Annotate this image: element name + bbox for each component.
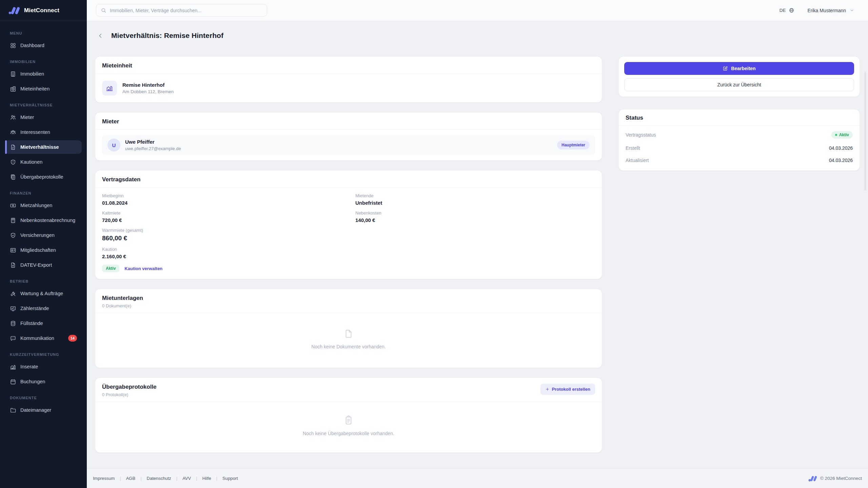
sidebar-item-label: Mieter	[20, 115, 34, 120]
footer-link-agb[interactable]: AGB	[126, 476, 135, 481]
brand: MietConnect	[0, 0, 87, 21]
sidebar-item-label: Kautionen	[20, 159, 42, 165]
sidebar-item-wartung-aufträge[interactable]: Wartung & Aufträge	[5, 287, 82, 300]
footer-links: Impressum|AGB|Datenschutz|AVV|Hilfe|Supp…	[93, 476, 238, 481]
footer-brand: © 2026 MietConnect	[808, 475, 862, 482]
sidebar-item-mietverhältnisse[interactable]: Mietverhältnisse	[5, 140, 82, 154]
footer-link-impressum[interactable]: Impressum	[93, 476, 115, 481]
globe-icon	[789, 7, 794, 13]
sidebar-item-versicherungen[interactable]: Versicherungen	[5, 228, 82, 242]
sidebar-item-datev-export[interactable]: DATEV-Export	[5, 258, 82, 272]
sidebar-item-dateimanager[interactable]: Dateimanager	[5, 403, 82, 417]
banknote-icon	[10, 202, 16, 209]
unit-card-title: Mieteinheit	[102, 62, 132, 69]
nav-section-label: Immobilien	[10, 60, 77, 64]
sidebar-item-mitgliedschaften[interactable]: Mitgliedschaften	[5, 243, 82, 257]
contract-field: Warmmiete (gesamt)860,00 €	[102, 228, 342, 242]
tenant-row[interactable]: U Uwe Pfeiffer uwe.pfeiffer.27@example.d…	[102, 135, 595, 155]
tenants-icon	[10, 114, 16, 121]
scrollbar-thumb[interactable]	[864, 72, 866, 190]
tenant-name: Uwe Pfeiffer	[125, 139, 181, 145]
right-column: Bearbeiten Zurück zur Übersicht Status V…	[618, 56, 860, 180]
manage-deposit-link[interactable]: Kaution verwalten	[124, 266, 162, 271]
nav-section-label: Finanzen	[10, 191, 77, 195]
status-dot	[835, 134, 837, 136]
status-row-value: 04.03.2026	[829, 158, 853, 163]
footer-link-datenschutz[interactable]: Datenschutz	[147, 476, 171, 481]
sidebar-item-kommunikation[interactable]: Kommunikation14	[5, 331, 82, 345]
building-icon	[10, 71, 16, 77]
documents-count: 0 Dokument(e)	[102, 303, 131, 308]
folder-icon	[10, 407, 16, 413]
sidebar-item-immobilien[interactable]: Immobilien	[5, 67, 82, 81]
footer: Impressum|AGB|Datenschutz|AVV|Hilfe|Supp…	[87, 468, 868, 488]
contract-field: Nebenkosten140,00 €	[355, 210, 595, 223]
status-card-title: Status	[626, 115, 643, 121]
units-icon	[10, 86, 16, 92]
search-input[interactable]	[110, 8, 262, 13]
sidebar-item-label: Übergabeprotokolle	[20, 174, 63, 180]
plus-icon	[545, 387, 550, 391]
sidebar-item-label: Mieteinheiten	[20, 86, 50, 92]
language-switcher[interactable]: DE	[780, 7, 795, 13]
contract-field-value: 01.08.2024	[102, 200, 342, 206]
footer-link-avv[interactable]: AVV	[182, 476, 191, 481]
nav-section-label: Menu	[10, 31, 77, 35]
deposit-status-badge: Aktiv	[102, 265, 119, 272]
sidebar-item-inserate[interactable]: Inserate	[5, 360, 82, 373]
sidebar-item-label: DATEV-Export	[20, 262, 52, 268]
status-card: Status VertragsstatusAktivErstellt04.03.…	[618, 109, 860, 171]
contract-field-label: Kaltmiete	[102, 210, 342, 216]
sidebar-item-dashboard[interactable]: Dashboard	[5, 39, 82, 52]
footer-link-support[interactable]: Support	[222, 476, 238, 481]
user-menu[interactable]: Erika Mustermann	[807, 8, 854, 13]
footer-link-separator: |	[176, 476, 177, 481]
tenant-avatar: U	[107, 139, 120, 151]
protocols-empty-state: Noch keine Übergabeprotokolle vorhanden.	[95, 402, 602, 452]
global-search[interactable]	[96, 4, 267, 17]
footer-link-hilfe[interactable]: Hilfe	[202, 476, 211, 481]
brand-logo-icon	[8, 6, 20, 15]
contract-field: Kaltmiete720,00 €	[102, 210, 342, 223]
sidebar-item-label: Mietzahlungen	[20, 203, 52, 208]
sidebar-item-übergabeprotokolle[interactable]: Übergabeprotokolle	[5, 170, 82, 184]
sidebar-item-mieter[interactable]: Mieter	[5, 110, 82, 124]
content: Mietverhältnis: Remise Hinterhof Mietein…	[87, 21, 868, 468]
calculator-icon	[10, 217, 16, 224]
back-button[interactable]	[96, 31, 105, 40]
sidebar-item-zählerstände[interactable]: Zählerstände	[5, 302, 82, 315]
sidebar-item-label: Immobilien	[20, 71, 44, 77]
contract-field-label: Mietende	[355, 193, 595, 198]
sidebar-item-buchungen[interactable]: Buchungen	[5, 375, 82, 388]
sidebar-item-füllstände[interactable]: Füllstände	[5, 317, 82, 330]
sidebar-item-kautionen[interactable]: Kautionen	[5, 155, 82, 169]
contract-field-value: 720,00 €	[102, 217, 342, 223]
calendar-icon	[10, 379, 16, 385]
search-icon	[101, 7, 106, 13]
page-title: Mietverhältnis: Remise Hinterhof	[111, 32, 223, 40]
id-card-icon	[10, 247, 16, 253]
sidebar-item-interessenten[interactable]: Interessenten	[5, 125, 82, 139]
unread-count-badge: 14	[68, 335, 77, 342]
footer-link-separator: |	[120, 476, 121, 481]
create-protocol-button[interactable]: Protokoll erstellen	[540, 384, 595, 395]
back-to-overview-button[interactable]: Zurück zur Übersicht	[624, 78, 854, 91]
contract-status-badge: Aktiv	[831, 131, 853, 139]
contract-card-title: Vertragsdaten	[102, 176, 140, 183]
status-row-label: Aktualisiert	[626, 158, 649, 163]
sidebar-item-label: Zählerstände	[20, 306, 49, 311]
protocols-count: 0 Protokoll(e)	[102, 392, 157, 397]
sidebar-item-mieteinheiten[interactable]: Mieteinheiten	[5, 82, 82, 96]
nav-section-label: Betrieb	[10, 279, 77, 283]
sidebar-item-nebenkostenabrechnung[interactable]: Nebenkostenabrechnung	[5, 214, 82, 227]
unit-name: Remise Hinterhof	[122, 82, 174, 88]
footer-logo-icon	[808, 475, 817, 482]
edit-button[interactable]: Bearbeiten	[624, 62, 854, 75]
shield-check-icon	[10, 232, 16, 239]
status-row-label: Erstellt	[626, 145, 640, 151]
unit-row[interactable]: Remise Hinterhof Am Dobben 112, Bremen	[102, 81, 595, 96]
contract-field-value: 2.160,00 €	[102, 253, 342, 259]
sidebar-item-mietzahlungen[interactable]: Mietzahlungen	[5, 199, 82, 212]
contract-field-label: Warmmiete (gesamt)	[102, 228, 342, 233]
contract-card: Vertragsdaten Mietbeginn01.08.2024Mieten…	[95, 170, 602, 279]
